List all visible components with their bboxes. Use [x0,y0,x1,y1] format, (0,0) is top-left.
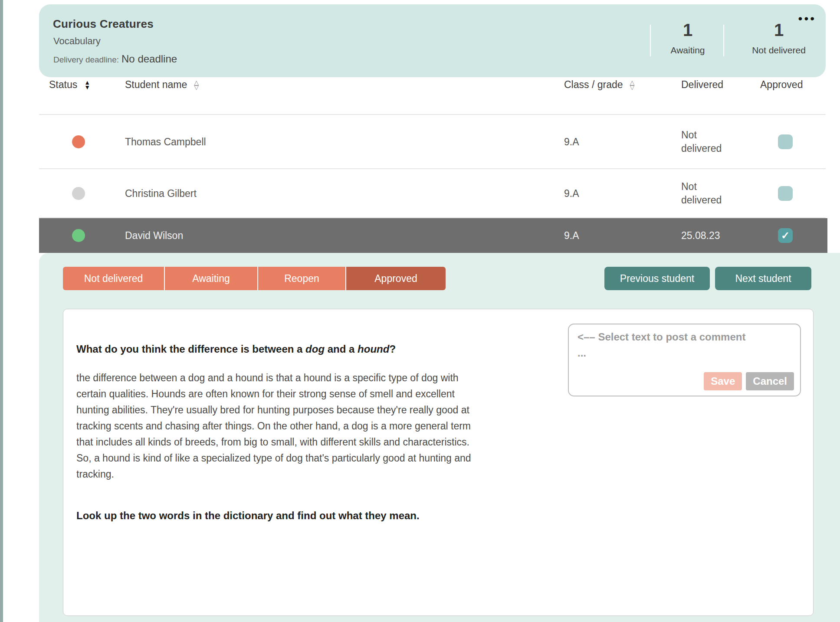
student-name: Christina Gilbert [125,187,197,199]
stat-awaiting-count: 1 [640,20,735,40]
student-name: Thomas Campbell [125,136,206,147]
column-header-class-grade: Class / grade △▽ [564,79,634,91]
previous-student-button[interactable]: Previous student [604,267,710,290]
status-button-group: Not delivered Awaiting Reopen Approved [63,267,446,290]
comment-actions: Save Cancel [704,372,794,390]
stat-not-delivered-label: Not delivered [731,45,827,56]
stat-not-delivered: 1 Not delivered [731,20,827,56]
approved-checkbox[interactable] [778,134,793,149]
reopen-button[interactable]: Reopen [258,267,346,290]
check-icon: ✓ [781,229,790,242]
assignment-subtitle: Vocabulary [53,36,101,47]
answer-card: What do you think the difference is betw… [63,309,814,616]
not-delivered-button[interactable]: Not delivered [63,267,165,290]
class-grade: 9.A [564,136,579,147]
deadline-row: Delivery deadline:No deadline [53,53,177,65]
comment-hint-ellipsis: ... [578,347,586,359]
question-word-dog: dog [305,343,325,355]
stat-awaiting-label: Awaiting [640,45,735,56]
next-student-button[interactable]: Next student [715,267,811,290]
sort-icon-class-grade[interactable]: △▽ [630,80,635,90]
column-header-status: Status ▲▼ [49,79,90,91]
table-row-selected[interactable]: David Wilson 9.A 25.08.23 ✓ [39,218,827,253]
column-header-approved-label: Approved [760,79,803,91]
save-button[interactable]: Save [704,372,742,390]
approved-button-active[interactable]: Approved [346,267,446,290]
column-header-status-label: Status [49,79,77,91]
overflow-menu-icon[interactable]: ••• [798,12,816,25]
sort-icon-status[interactable]: ▲▼ [84,80,90,90]
status-dot-not-delivered [72,135,85,148]
class-grade: 9.A [564,230,579,242]
student-name: David Wilson [125,230,183,242]
class-grade: 9.A [564,187,579,199]
column-header-class-label: Class / grade [564,79,623,91]
assignment-screen: Curious Creatures Vocabulary Delivery de… [0,0,840,622]
status-dot-approved [72,229,85,242]
column-header-student-name: Student name △▽ [125,79,199,91]
table-row[interactable]: Christina Gilbert 9.A Not delivered [39,169,827,217]
column-header-name-label: Student name [125,79,187,91]
student-answer-text[interactable]: the difference between a dog and a hound… [76,370,472,482]
status-dot-none [72,187,85,200]
column-header-approved: Approved [760,79,803,91]
column-header-delivered-label: Delivered [681,79,723,91]
stat-awaiting: 1 Awaiting [640,20,735,56]
deadline-label: Delivery deadline: [53,55,119,64]
column-header-delivered: Delivered [681,79,723,91]
question-word-hound: hound [358,343,389,355]
approved-checkbox-checked[interactable]: ✓ [778,228,793,243]
delivered-status: Not delivered [681,180,738,207]
awaiting-button[interactable]: Awaiting [165,267,258,290]
cancel-button[interactable]: Cancel [746,372,794,390]
assignment-title: Curious Creatures [53,17,154,31]
comment-hint: <–– Select text to post a comment [578,330,790,344]
table-row[interactable]: Thomas Campbell 9.A Not delivered [39,115,827,168]
delivered-date: 25.08.23 [681,229,738,242]
assignment-question: What do you think the difference is betw… [76,343,519,355]
stat-divider [723,25,724,56]
approved-checkbox[interactable] [778,186,793,201]
assignment-instruction: Look up the two words in the dictionary … [76,510,420,522]
delivered-status: Not delivered [681,128,738,155]
comment-box: <–– Select text to post a comment ... Sa… [568,324,801,396]
sort-icon-student-name[interactable]: △▽ [194,80,199,90]
deadline-value: No deadline [121,53,177,65]
assignment-header-card: Curious Creatures Vocabulary Delivery de… [39,4,826,77]
left-rail [0,0,3,622]
